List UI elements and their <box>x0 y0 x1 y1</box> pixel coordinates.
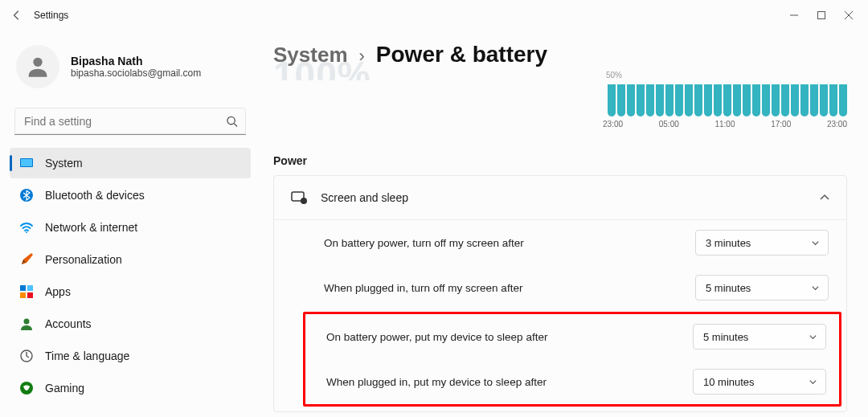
chart-bars <box>608 81 847 117</box>
close-icon[interactable] <box>844 10 854 20</box>
chart-bar <box>704 84 712 117</box>
chart-tick: 23:00 <box>603 120 623 129</box>
battery-big-percent: 100% <box>273 56 371 80</box>
window-controls <box>789 10 868 20</box>
battery-chart[interactable]: 50% 23:00 05:00 11:00 17:00 23:00 <box>603 71 847 129</box>
chart-bar <box>714 84 722 117</box>
setting-label: On battery power, turn off my screen aft… <box>324 237 524 249</box>
apps-icon <box>19 284 34 299</box>
bluetooth-icon <box>19 188 34 202</box>
avatar <box>16 45 59 88</box>
chevron-down-icon <box>811 284 820 292</box>
screen-sleep-header[interactable]: Screen and sleep <box>274 176 846 219</box>
chart-bar <box>762 84 770 117</box>
chart-bar <box>656 84 664 117</box>
screen-sleep-icon <box>290 189 308 206</box>
setting-label: On battery power, put my device to sleep… <box>326 331 547 343</box>
sidebar-item-label: System <box>45 157 83 170</box>
sidebar-item-label: Gaming <box>45 382 84 395</box>
chart-bar <box>646 84 654 117</box>
sidebar-item-label: Accounts <box>45 317 92 330</box>
chart-bar <box>752 84 760 117</box>
chart-bar <box>781 84 789 117</box>
app-title: Settings <box>34 10 68 21</box>
sidebar-item-network[interactable]: Network & internet <box>10 212 251 243</box>
sidebar: Bipasha Nath bipasha.sociolabs@gmail.com… <box>0 31 257 417</box>
chart-tick: 23:00 <box>827 120 847 129</box>
sidebar-item-label: Network & internet <box>45 221 137 234</box>
setting-label: When plugged in, put my device to sleep … <box>326 376 547 388</box>
gaming-icon <box>19 381 34 395</box>
profile-text: Bipasha Nath bipasha.sociolabs@gmail.com <box>71 55 201 79</box>
sidebar-item-label: Personalization <box>45 253 122 266</box>
chart-bar <box>665 84 674 117</box>
titlebar: Settings <box>0 0 868 31</box>
sidebar-item-accounts[interactable]: Accounts <box>10 309 251 339</box>
chart-bar <box>743 84 751 117</box>
chart-bar <box>608 84 616 117</box>
chevron-down-icon <box>809 333 817 341</box>
person-icon <box>19 317 34 331</box>
dropdown-value: 5 minutes <box>703 331 748 343</box>
paintbrush-icon <box>19 252 34 267</box>
setting-label: When plugged in, turn off my screen afte… <box>324 282 522 294</box>
dropdown-screen-battery[interactable]: 3 minutes <box>695 230 829 256</box>
main-panel: System › Power & battery 100% 50% 23:00 … <box>257 31 868 417</box>
chart-bar <box>685 84 693 117</box>
svg-rect-9 <box>20 292 26 298</box>
sidebar-item-bluetooth[interactable]: Bluetooth & devices <box>10 180 251 211</box>
search-input[interactable] <box>14 108 246 135</box>
chevron-up-icon <box>819 192 830 203</box>
dropdown-sleep-plugged[interactable]: 10 minutes <box>693 369 826 395</box>
svg-rect-8 <box>27 285 33 291</box>
dropdown-value: 3 minutes <box>706 237 751 249</box>
profile-block[interactable]: Bipasha Nath bipasha.sociolabs@gmail.com <box>10 39 251 101</box>
sidebar-item-label: Apps <box>45 285 71 298</box>
profile-email: bipasha.sociolabs@gmail.com <box>71 67 201 79</box>
highlight-annotation: On battery power, put my device to sleep… <box>303 312 841 407</box>
chart-bar <box>820 84 828 117</box>
chart-bar <box>791 84 799 117</box>
dropdown-screen-plugged[interactable]: 5 minutes <box>695 275 829 300</box>
svg-rect-0 <box>818 12 825 19</box>
system-icon <box>19 156 34 170</box>
sidebar-item-time-language[interactable]: Time & language <box>10 341 251 371</box>
section-title-power: Power <box>273 154 847 167</box>
search-wrap <box>14 108 246 135</box>
chart-bar <box>733 84 741 117</box>
chart-bar <box>800 84 809 117</box>
screen-sleep-card: Screen and sleep On battery power, turn … <box>273 175 847 412</box>
chart-bar <box>829 84 837 117</box>
chart-bar <box>772 84 780 117</box>
card-body: On battery power, turn off my screen aft… <box>274 219 846 407</box>
sidebar-item-label: Bluetooth & devices <box>45 189 145 202</box>
sidebar-item-apps[interactable]: Apps <box>10 276 251 307</box>
card-title: Screen and sleep <box>321 191 819 204</box>
dropdown-sleep-battery[interactable]: 5 minutes <box>693 324 826 350</box>
sidebar-item-personalization[interactable]: Personalization <box>10 244 251 275</box>
chevron-down-icon <box>811 239 820 247</box>
svg-rect-7 <box>20 285 26 291</box>
chart-bar <box>810 84 818 117</box>
back-icon[interactable] <box>11 10 23 21</box>
setting-row-sleep-plugged: When plugged in, put my device to sleep … <box>305 359 839 404</box>
chart-bar <box>675 84 683 117</box>
svg-rect-10 <box>27 292 33 298</box>
sidebar-item-system[interactable]: System <box>10 148 251 178</box>
chart-bar <box>637 84 645 117</box>
setting-row-screen-battery: On battery power, turn off my screen aft… <box>274 220 846 265</box>
chart-bar <box>627 84 635 117</box>
chart-tick: 05:00 <box>659 120 679 129</box>
nav: System Bluetooth & devices Network & int… <box>10 148 251 403</box>
minimize-icon[interactable] <box>789 10 799 20</box>
setting-row-screen-plugged: When plugged in, turn off my screen afte… <box>274 265 846 310</box>
svg-point-6 <box>26 231 27 233</box>
svg-rect-4 <box>21 159 32 166</box>
wifi-icon <box>19 220 34 235</box>
maximize-icon[interactable] <box>817 10 826 20</box>
chart-y-label: 50% <box>606 71 622 80</box>
dropdown-value: 5 minutes <box>706 282 751 294</box>
svg-point-15 <box>301 198 307 204</box>
sidebar-item-label: Time & language <box>45 350 129 362</box>
sidebar-item-gaming[interactable]: Gaming <box>10 373 251 403</box>
